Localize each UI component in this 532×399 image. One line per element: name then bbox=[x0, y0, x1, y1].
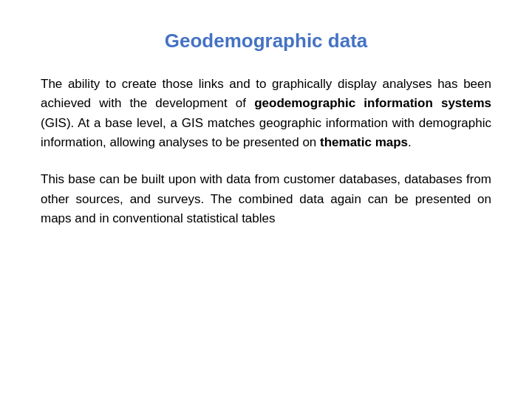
slide-body: The ability to create those links and to… bbox=[41, 75, 491, 246]
paragraph1-text-end: . bbox=[408, 135, 412, 149]
paragraph1-text-middle: (GIS). At a base level, a GIS matches ge… bbox=[41, 116, 491, 149]
paragraph-2: This base can be built upon with data fr… bbox=[41, 170, 491, 228]
paragraph1-bold-text2: thematic maps bbox=[320, 135, 408, 149]
paragraph-1: The ability to create those links and to… bbox=[41, 75, 491, 152]
paragraph1-bold-text: geodemographic information systems bbox=[254, 96, 491, 110]
slide-container: Geodemographic data The ability to creat… bbox=[0, 0, 532, 399]
slide-title: Geodemographic data bbox=[41, 30, 491, 52]
paragraph2-text: This base can be built upon with data fr… bbox=[41, 172, 491, 225]
